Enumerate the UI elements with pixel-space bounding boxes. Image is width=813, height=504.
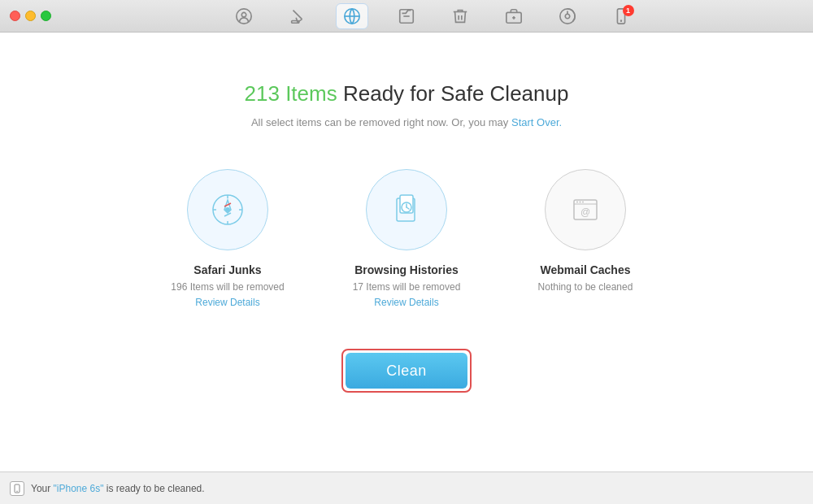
window-controls[interactable] xyxy=(0,11,51,21)
subtitle: All select items can be removed right no… xyxy=(251,116,562,128)
maximize-button[interactable] xyxy=(41,11,51,21)
browsing-histories-title: Browsing Histories xyxy=(354,263,459,276)
toolbar-device[interactable]: 1 xyxy=(606,4,637,28)
webmail-caches-icon-wrapper: @ xyxy=(545,169,626,250)
status-device-icon xyxy=(10,481,24,496)
subtitle-text: All select items can be removed right no… xyxy=(251,116,511,128)
svg-text:@: @ xyxy=(580,206,590,218)
start-over-link[interactable]: Start Over. xyxy=(511,116,562,128)
compass-icon xyxy=(210,192,246,228)
clean-button-wrapper: Clean xyxy=(341,349,472,393)
headline-count: 213 Items xyxy=(245,81,337,106)
statusbar: Your "iPhone 6s" is ready to be cleaned. xyxy=(0,471,813,504)
safari-junks-title: Safari Junks xyxy=(193,263,261,276)
clean-button[interactable]: Clean xyxy=(346,353,467,389)
toolbar-trash[interactable] xyxy=(445,4,476,28)
toolbar-privacy[interactable] xyxy=(228,4,259,28)
svg-point-1 xyxy=(241,12,246,17)
status-device-name: "iPhone 6s" xyxy=(54,483,104,494)
minimize-button[interactable] xyxy=(25,11,36,21)
svg-point-32 xyxy=(576,202,578,203)
toolbar-uninstall[interactable] xyxy=(391,4,422,28)
status-prefix: Your xyxy=(31,483,54,494)
svg-point-34 xyxy=(582,202,584,203)
clean-button-border: Clean xyxy=(341,349,472,393)
safari-junks-description: 196 Items will be removed xyxy=(171,281,284,293)
cards-container: Safari Junks 196 Items will be removed R… xyxy=(163,169,650,308)
toolbar: 1 xyxy=(51,3,813,29)
webmail-caches-description: Nothing to be cleaned xyxy=(538,281,633,293)
svg-point-0 xyxy=(236,8,250,23)
webmail-icon: @ xyxy=(567,192,603,228)
svg-point-22 xyxy=(225,207,230,212)
close-button[interactable] xyxy=(10,11,20,21)
headline-rest: Ready for Safe Cleanup xyxy=(337,81,569,106)
card-browsing-histories: Browsing Histories 17 Items will be remo… xyxy=(341,169,472,308)
svg-point-33 xyxy=(580,202,581,203)
card-webmail-caches: @ Webmail Caches Nothing to be cleaned xyxy=(520,169,650,297)
browsing-histories-review-link[interactable]: Review Details xyxy=(374,297,438,308)
toolbar-internet[interactable] xyxy=(336,3,368,29)
svg-point-12 xyxy=(565,14,570,19)
safari-junks-review-link[interactable]: Review Details xyxy=(195,297,259,308)
titlebar: 1 xyxy=(0,0,813,33)
history-icon xyxy=(389,192,424,228)
browsing-histories-description: 17 Items will be removed xyxy=(353,281,461,293)
device-badge: 1 xyxy=(623,5,634,16)
status-text: Your "iPhone 6s" is ready to be cleaned. xyxy=(31,483,205,494)
status-suffix: is ready to be cleaned. xyxy=(104,483,205,494)
toolbar-files[interactable] xyxy=(498,4,529,28)
browsing-histories-icon-wrapper xyxy=(366,169,447,250)
safari-junks-icon-wrapper xyxy=(187,169,268,250)
headline: 213 Items Ready for Safe Cleanup xyxy=(245,81,569,106)
webmail-caches-title: Webmail Caches xyxy=(540,263,630,276)
svg-line-2 xyxy=(293,10,302,19)
toolbar-maintenance[interactable] xyxy=(552,4,583,28)
main-content: 213 Items Ready for Safe Cleanup All sel… xyxy=(0,33,813,488)
toolbar-cleaner[interactable] xyxy=(282,4,313,28)
card-safari-junks: Safari Junks 196 Items will be removed R… xyxy=(163,169,293,308)
